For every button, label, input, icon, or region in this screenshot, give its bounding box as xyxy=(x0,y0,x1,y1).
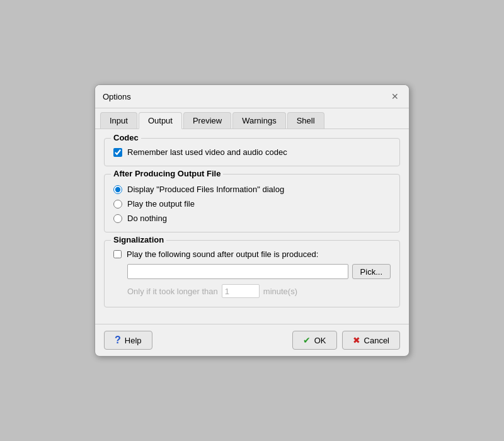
ok-label: OK xyxy=(314,336,326,345)
duration-suffix: minute(s) xyxy=(263,287,297,296)
radio-nothing-label: Do nothing xyxy=(127,214,167,223)
duration-row: Only if it took longer than minute(s) xyxy=(127,284,391,298)
tab-shell[interactable]: Shell xyxy=(287,112,324,129)
sound-checkbox[interactable] xyxy=(113,250,122,258)
ok-icon: ✔ xyxy=(303,335,311,345)
help-label: Help xyxy=(125,336,142,345)
codec-checkbox-row: Remember last used video and audio codec xyxy=(113,147,391,157)
tabs-bar: Input Output Preview Warnings Shell xyxy=(95,108,409,129)
radio-row-play: Play the output file xyxy=(113,199,391,209)
codec-checkbox[interactable] xyxy=(113,148,122,157)
cancel-button[interactable]: ✖ Cancel xyxy=(342,331,400,350)
dialog-title: Options xyxy=(103,92,131,101)
after-output-radio-group: Display "Produced Files Information" dia… xyxy=(113,185,391,223)
help-button[interactable]: ? Help xyxy=(104,331,152,350)
pick-button[interactable]: Pick... xyxy=(352,264,391,279)
ok-button[interactable]: ✔ OK xyxy=(292,331,337,350)
tab-output[interactable]: Output xyxy=(139,112,182,129)
tab-content: Codec Remember last used video and audio… xyxy=(95,129,409,324)
signalization-group: Signalization Play the following sound a… xyxy=(104,240,400,307)
signalization-group-title: Signalization xyxy=(111,235,166,244)
duration-prefix: Only if it took longer than xyxy=(127,287,218,296)
sound-checkbox-label: Play the following sound after output fi… xyxy=(127,249,318,259)
tab-preview[interactable]: Preview xyxy=(183,112,231,129)
codec-checkbox-label: Remember last used video and audio codec xyxy=(127,147,287,157)
tab-warnings[interactable]: Warnings xyxy=(232,112,285,129)
radio-play-label: Play the output file xyxy=(127,199,195,209)
sound-file-input[interactable] xyxy=(127,264,348,279)
radio-play[interactable] xyxy=(113,200,122,209)
duration-input[interactable] xyxy=(222,284,260,298)
sound-checkbox-row: Play the following sound after output fi… xyxy=(113,249,391,259)
codec-group-title: Codec xyxy=(111,133,141,142)
dialog-footer: ? Help ✔ OK ✖ Cancel xyxy=(95,324,409,356)
radio-nothing[interactable] xyxy=(113,214,122,223)
radio-display[interactable] xyxy=(113,185,122,194)
after-output-group-title: After Producing Output File xyxy=(111,169,223,178)
close-button[interactable]: ✕ xyxy=(389,90,401,103)
radio-display-label: Display "Produced Files Information" dia… xyxy=(127,185,284,194)
cancel-icon: ✖ xyxy=(353,335,360,345)
sound-input-row: Pick... xyxy=(127,264,391,279)
tab-input[interactable]: Input xyxy=(100,112,137,129)
title-bar: Options ✕ xyxy=(95,85,409,108)
footer-right: ✔ OK ✖ Cancel xyxy=(292,331,400,350)
radio-row-nothing: Do nothing xyxy=(113,214,391,223)
options-dialog: Options ✕ Input Output Preview Warnings … xyxy=(94,84,410,357)
footer-left: ? Help xyxy=(104,331,152,350)
help-icon: ? xyxy=(115,335,121,346)
radio-row-display: Display "Produced Files Information" dia… xyxy=(113,185,391,194)
cancel-label: Cancel xyxy=(364,336,389,345)
after-output-group: After Producing Output File Display "Pro… xyxy=(104,174,400,232)
codec-group: Codec Remember last used video and audio… xyxy=(104,138,400,166)
